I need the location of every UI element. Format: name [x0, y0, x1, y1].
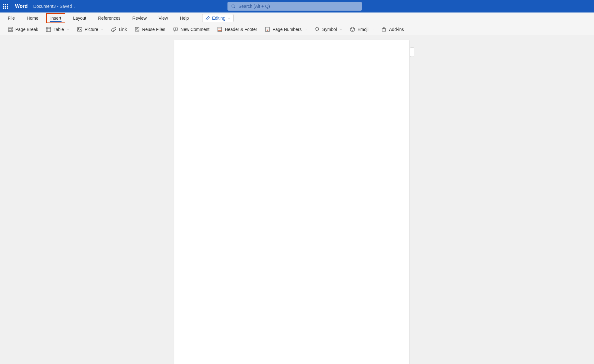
svg-rect-5 — [8, 30, 12, 32]
page-numbers-icon: # — [265, 27, 270, 32]
reuse-files-button[interactable]: Reuse Files — [132, 25, 168, 33]
header-footer-icon — [217, 27, 222, 32]
svg-point-0 — [232, 5, 234, 7]
addins-label: Add-ins — [389, 27, 404, 32]
omega-icon — [314, 27, 320, 32]
emoji-label: Emoji — [357, 27, 368, 32]
page-break-label: Page Break — [15, 27, 38, 32]
document-name[interactable]: Document3 — [33, 4, 56, 9]
search-box[interactable] — [227, 2, 362, 11]
table-button[interactable]: Table ⌄ — [43, 25, 72, 33]
svg-rect-2 — [8, 27, 12, 28]
svg-line-1 — [234, 7, 235, 7]
document-canvas — [0, 35, 594, 364]
tab-review[interactable]: Review — [128, 13, 151, 23]
page-numbers-button[interactable]: # Page Numbers ⌄ — [262, 25, 309, 33]
svg-rect-26 — [382, 28, 386, 31]
svg-point-23 — [350, 27, 355, 32]
chevron-down-icon: ⌄ — [304, 27, 307, 31]
svg-line-15 — [138, 30, 138, 31]
link-button[interactable]: Link — [108, 25, 129, 33]
titlebar: Word Document3 - Saved ⌄ — [0, 0, 594, 12]
tab-file[interactable]: File — [4, 13, 19, 23]
side-handle[interactable] — [410, 47, 414, 57]
pencil-icon — [206, 16, 210, 20]
page-break-icon — [7, 27, 13, 32]
reuse-files-icon — [134, 27, 140, 32]
emoji-icon — [350, 27, 355, 32]
page-break-button[interactable]: Page Break — [5, 25, 41, 33]
chevron-down-icon: ⌄ — [228, 17, 230, 20]
chevron-down-icon: ⌄ — [371, 27, 374, 31]
chevron-down-icon[interactable]: ⌄ — [73, 5, 76, 8]
link-icon — [111, 27, 117, 32]
header-footer-button[interactable]: Header & Footer — [214, 25, 260, 33]
svg-text:#: # — [267, 29, 268, 31]
new-comment-button[interactable]: New Comment — [170, 25, 212, 33]
picture-label: Picture — [85, 27, 98, 32]
ribbon-tabs: File Home Insert Layout References Revie… — [0, 12, 594, 24]
editing-mode-button[interactable]: Editing ⌄ — [202, 14, 234, 22]
svg-point-12 — [78, 28, 79, 29]
symbol-label: Symbol — [322, 27, 337, 32]
toolbar-divider — [410, 26, 410, 33]
chevron-down-icon: ⌄ — [101, 27, 103, 31]
page-numbers-label: Page Numbers — [272, 27, 302, 32]
editing-label: Editing — [212, 16, 225, 21]
document-page[interactable] — [174, 40, 409, 364]
search-input[interactable] — [238, 4, 362, 9]
chevron-down-icon: ⌄ — [67, 27, 69, 31]
svg-rect-28 — [385, 29, 386, 31]
search-icon — [231, 4, 235, 8]
insert-toolbar: Page Break Table ⌄ Picture ⌄ — [0, 24, 594, 35]
header-footer-label: Header & Footer — [225, 27, 257, 32]
addins-icon — [381, 27, 387, 32]
svg-rect-13 — [135, 27, 139, 31]
tab-view[interactable]: View — [154, 13, 172, 23]
saved-status[interactable]: - Saved — [57, 4, 72, 9]
app-name: Word — [15, 3, 28, 9]
picture-icon — [77, 27, 82, 32]
chevron-down-icon: ⌄ — [340, 27, 342, 31]
svg-rect-27 — [383, 27, 384, 28]
tab-insert[interactable]: Insert — [46, 13, 65, 23]
svg-rect-6 — [46, 27, 51, 32]
tab-layout[interactable]: Layout — [69, 13, 90, 23]
reuse-files-label: Reuse Files — [142, 27, 165, 32]
app-launcher-icon[interactable] — [3, 4, 8, 9]
emoji-button[interactable]: Emoji ⌄ — [347, 25, 376, 33]
picture-button[interactable]: Picture ⌄ — [74, 25, 106, 33]
svg-point-25 — [353, 28, 354, 29]
link-label: Link — [119, 27, 127, 32]
addins-button[interactable]: Add-ins — [379, 25, 406, 33]
svg-rect-18 — [218, 27, 222, 32]
tab-home[interactable]: Home — [23, 13, 42, 23]
tab-help[interactable]: Help — [176, 13, 193, 23]
svg-rect-11 — [77, 27, 82, 31]
svg-point-24 — [352, 28, 352, 29]
symbol-button[interactable]: Symbol ⌄ — [312, 25, 345, 33]
table-label: Table — [53, 27, 64, 32]
new-comment-label: New Comment — [181, 27, 210, 32]
comment-icon — [173, 27, 178, 32]
tab-references[interactable]: References — [94, 13, 125, 23]
table-icon — [46, 27, 51, 32]
